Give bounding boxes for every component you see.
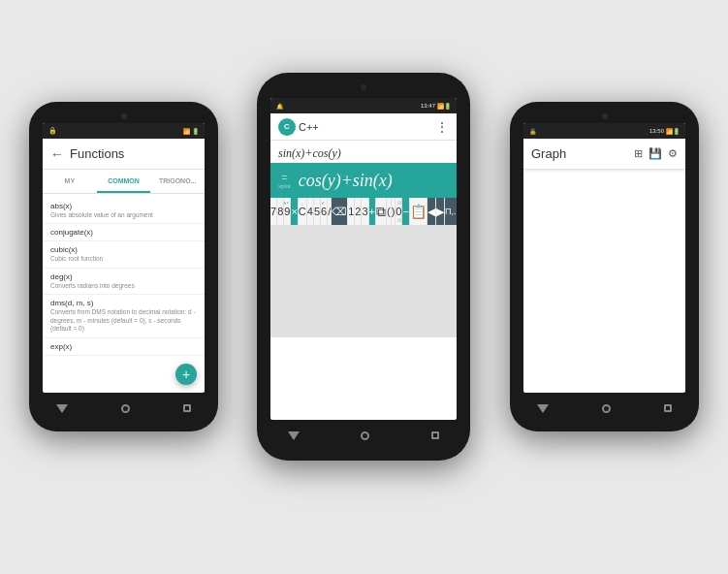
tab-my[interactable]: MY bbox=[43, 170, 97, 193]
save-icon[interactable]: 💾 bbox=[649, 147, 662, 160]
settings-icon[interactable]: ⚙ bbox=[668, 147, 678, 160]
grid-icon[interactable]: ⊞ bbox=[634, 147, 643, 160]
functions-tabs: MY COMMON TRIGONO... bbox=[43, 170, 205, 194]
key-7[interactable]: 7 bbox=[270, 198, 276, 225]
phone-center: 🔔 13:47 📶🔋 C C++ ⋮ sin(x)+cos(y) bbox=[257, 73, 470, 461]
functions-title: Functions bbox=[70, 146, 124, 161]
back-nav-icon-center[interactable] bbox=[288, 431, 300, 440]
status-icons-left: 📶 🔋 bbox=[183, 128, 199, 135]
key-2[interactable]: 2 bbox=[355, 198, 361, 225]
functions-header: ← Functions bbox=[43, 139, 205, 170]
app-icon: C bbox=[278, 118, 296, 136]
key-1[interactable]: 1 bbox=[348, 198, 354, 225]
key-clear[interactable]: C bbox=[299, 198, 306, 225]
nav-bar-center bbox=[257, 420, 470, 451]
key-plus[interactable]: + bbox=[369, 198, 375, 225]
recent-nav-icon[interactable] bbox=[183, 404, 191, 412]
status-left-left: 🔒 bbox=[48, 127, 57, 135]
tab-trigono[interactable]: TRIGONO... bbox=[150, 170, 205, 193]
key-pi[interactable]: П,... bbox=[445, 198, 457, 225]
calc-header: C C++ ⋮ bbox=[270, 113, 457, 141]
back-nav-icon-right[interactable] bbox=[537, 404, 549, 413]
home-nav-icon[interactable] bbox=[121, 404, 130, 413]
list-item[interactable]: deg(x) Converts radians into degrees bbox=[43, 269, 205, 295]
calc-result: cos(y)+sin(x) bbox=[299, 171, 393, 191]
list-item[interactable]: abs(x) Gives absolute value of an argume… bbox=[43, 198, 205, 224]
key-right-arrow[interactable]: ▶ bbox=[436, 198, 444, 225]
key-divide[interactable]: / bbox=[328, 198, 331, 225]
status-bar-left: 🔒 📶 🔋 bbox=[43, 123, 205, 139]
fab-add-button[interactable]: + bbox=[175, 364, 197, 385]
screen-left: 🔒 📶 🔋 ← Functions MY COMMON TRIGONO... bbox=[43, 123, 205, 393]
key-backspace[interactable]: ⌫ bbox=[332, 198, 347, 225]
app-name: C++ bbox=[299, 121, 319, 133]
calc-expression: sin(x)+cos(y) bbox=[270, 141, 457, 163]
graph-header: Graph ⊞ 💾 ⚙ bbox=[523, 139, 685, 170]
functions-list: abs(x) Gives absolute value of an argume… bbox=[43, 194, 205, 360]
screen-center: 🔔 13:47 📶🔋 C C++ ⋮ sin(x)+cos(y) bbox=[270, 98, 457, 420]
key-4[interactable]: 4 bbox=[307, 198, 313, 225]
camera-right bbox=[602, 113, 608, 119]
key-6[interactable]: 6✓ bbox=[321, 198, 327, 225]
screen-right: 🔒 13:50 📶🔋 Graph ⊞ 💾 ⚙ bbox=[523, 123, 685, 393]
list-item[interactable]: dms(d, m, s) Converts from DMS notation … bbox=[43, 295, 205, 337]
key-9[interactable]: 9∧² bbox=[284, 198, 290, 225]
status-bar-center: 🔔 13:47 📶🔋 bbox=[270, 98, 457, 113]
graph-title: Graph bbox=[531, 146, 566, 161]
key-copy[interactable]: ⧉ bbox=[376, 198, 386, 225]
status-bar-right: 🔒 13:50 📶🔋 bbox=[523, 123, 685, 139]
camera-center bbox=[361, 84, 366, 90]
key-3[interactable]: 3 bbox=[362, 198, 367, 225]
graph-toolbar: ⊞ 💾 ⚙ bbox=[634, 147, 678, 160]
list-item[interactable]: exp(x) bbox=[43, 338, 205, 356]
key-minus[interactable]: − bbox=[402, 198, 408, 225]
phone-right: 🔒 13:50 📶🔋 Graph ⊞ 💾 ⚙ bbox=[510, 102, 699, 431]
home-nav-icon-right[interactable] bbox=[602, 404, 611, 413]
nav-bar-left bbox=[29, 393, 218, 424]
tab-common[interactable]: COMMON bbox=[97, 170, 151, 193]
nav-bar-right bbox=[510, 393, 699, 424]
app-logo: C C++ bbox=[278, 118, 319, 136]
key-left-arrow[interactable]: ◀ bbox=[427, 198, 435, 225]
key-paste[interactable]: 📋 bbox=[410, 198, 427, 225]
back-button[interactable]: ← bbox=[50, 146, 64, 162]
key-multiply[interactable]: × bbox=[291, 198, 297, 225]
back-nav-icon[interactable] bbox=[56, 404, 68, 413]
key-5[interactable]: 5 bbox=[314, 198, 320, 225]
key-open-paren[interactable]: ( bbox=[387, 198, 391, 225]
camera-left bbox=[121, 113, 127, 119]
home-nav-icon-center[interactable] bbox=[361, 431, 369, 440]
list-item[interactable]: conjugate(x) bbox=[43, 224, 205, 241]
list-item[interactable]: cubic(x) Cubic root function bbox=[43, 241, 205, 268]
key-close-paren[interactable]: ) bbox=[392, 198, 396, 225]
main-scene: 🔒 📶 🔋 ← Functions MY COMMON TRIGONO... bbox=[0, 0, 728, 574]
phone-left: 🔒 📶 🔋 ← Functions MY COMMON TRIGONO... bbox=[29, 102, 218, 431]
calc-keypad: 7 8 9∧² × C 4 5 6✓ / ⌫ 1 2 bbox=[270, 198, 457, 337]
equals-sign: = bbox=[281, 173, 287, 183]
recent-nav-icon-right[interactable] bbox=[664, 404, 672, 412]
status-icons-center: 13:47 📶🔋 bbox=[421, 103, 451, 110]
calc-result-area: = xplot cos(y)+sin(x) bbox=[270, 163, 457, 198]
menu-button[interactable]: ⋮ bbox=[435, 119, 449, 135]
status-icons-right: 13:50 📶🔋 bbox=[649, 128, 680, 135]
recent-nav-icon-center[interactable] bbox=[431, 431, 439, 439]
xplot-label: xplot bbox=[278, 183, 291, 189]
key-zero[interactable]: 0 00 000 bbox=[396, 198, 401, 225]
